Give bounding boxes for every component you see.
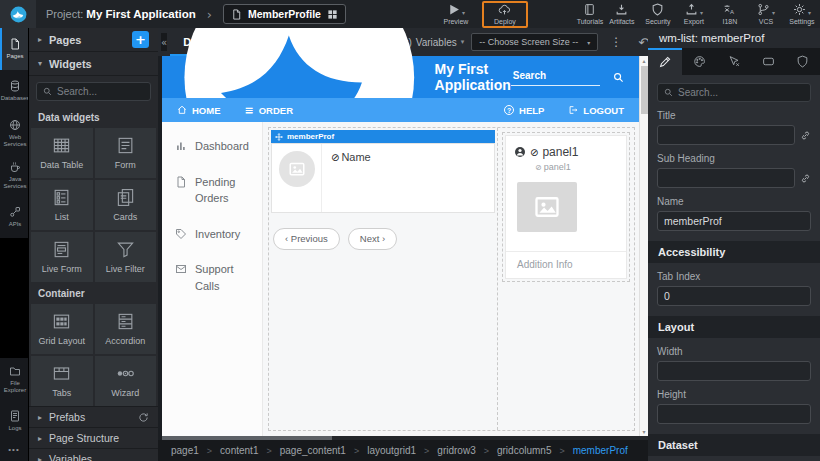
widget-tile-live-filter[interactable]: Live Filter	[95, 232, 157, 282]
settings-chevron-icon[interactable]: ▾	[808, 10, 811, 16]
rail-item-logs[interactable]: Logs	[0, 400, 28, 442]
height-input[interactable]	[657, 404, 811, 424]
menu-item-dashboard[interactable]: Dashboard	[175, 138, 258, 155]
add-page-button[interactable]: +	[132, 31, 149, 48]
screen-size-select[interactable]: -- Choose Screen Size -- ▾	[471, 33, 598, 51]
list-item-content: ⊘ Name	[322, 144, 380, 212]
preview-button[interactable]: ▾ Preview	[440, 0, 472, 28]
triangle-right-icon: ▸	[38, 413, 42, 422]
breadcrumb-item-active[interactable]: memberProf	[573, 445, 628, 456]
next-page-button[interactable]: Next ›	[348, 228, 397, 250]
rail-more-button[interactable]: •••	[0, 442, 28, 461]
canvas-search-field[interactable]: Search	[511, 68, 600, 86]
tab-events[interactable]	[717, 48, 751, 75]
vcs-button[interactable]: ▾ VCS	[750, 0, 782, 28]
rail-item-file-explorer[interactable]: File Explorer	[0, 358, 28, 400]
rail-item-apis[interactable]: APIs	[0, 196, 28, 238]
tabindex-input[interactable]	[657, 286, 811, 306]
subheading-input[interactable]	[657, 168, 795, 188]
horizontal-scroll-thumb[interactable]	[162, 436, 332, 440]
scroll-up-arrow[interactable]: ▴	[642, 56, 645, 65]
palette-searchbox[interactable]	[36, 82, 151, 101]
wavemaker-logo[interactable]	[0, 0, 36, 28]
name-input[interactable]	[657, 211, 811, 231]
prefabs-accordion[interactable]: ▸ Prefabs	[29, 406, 158, 427]
variables-accordion[interactable]: ▸ Variables	[29, 448, 158, 461]
canvas-nav-order[interactable]: ≡ ORDER	[245, 104, 294, 117]
export-chevron-icon[interactable]: ▾	[700, 10, 703, 16]
canvas-nav-help[interactable]: ? HELP	[504, 105, 544, 116]
canvas-horizontal-scrollbar[interactable]	[162, 436, 648, 440]
tab-security[interactable]	[786, 48, 820, 75]
list-item-template[interactable]: ⊘ Name	[271, 143, 495, 213]
breadcrumb-separator: >	[424, 446, 429, 456]
move-icon[interactable]	[275, 133, 283, 141]
preview-chevron-icon[interactable]: ▾	[462, 10, 465, 16]
collapse-left-panel-button[interactable]: «	[161, 33, 167, 51]
breadcrumb-item[interactable]: layoutgrid1	[367, 445, 416, 456]
breadcrumb-item[interactable]: content1	[220, 445, 258, 456]
title-input[interactable]	[657, 125, 795, 145]
properties-search-input[interactable]	[678, 87, 804, 98]
export-button[interactable]: ▾ Export	[678, 0, 710, 28]
menu-item-support-calls[interactable]: Support Calls	[175, 261, 258, 294]
selected-widget-header[interactable]: memberProf	[271, 130, 495, 143]
widget-tile-data-table[interactable]: Data Table	[31, 128, 93, 178]
data-table-icon	[52, 136, 71, 155]
image-placeholder[interactable]	[517, 182, 577, 232]
canvas-nav-logout[interactable]: LOGOUT	[568, 105, 624, 116]
name-field-label[interactable]: Name	[341, 151, 370, 163]
more-options-button[interactable]: ⋮	[605, 35, 627, 49]
i18n-button[interactable]: A I18N	[714, 0, 746, 28]
menu-item-inventory[interactable]: Inventory	[175, 226, 258, 243]
widget-tile-cards[interactable]: Cards	[95, 180, 157, 230]
vertical-scroll-thumb[interactable]	[641, 66, 648, 114]
refresh-icon[interactable]	[138, 412, 149, 423]
widget-tile-list[interactable]: List	[31, 180, 93, 230]
breadcrumb-separator: >	[484, 446, 489, 456]
tutorials-button[interactable]: Tutorials	[574, 0, 606, 28]
widget-tile-tabs[interactable]: Tabs	[31, 356, 93, 406]
vcs-chevron-icon[interactable]: ▾	[772, 10, 775, 16]
canvas-vertical-scrollbar[interactable]: ▴ ▾	[639, 56, 648, 436]
bind-link-icon[interactable]	[800, 130, 811, 141]
scroll-down-arrow[interactable]: ▾	[642, 427, 645, 436]
menu-item-pending-orders[interactable]: Pending Orders	[175, 174, 258, 207]
widget-tile-wizard[interactable]: Wizard	[95, 356, 157, 406]
pages-accordion[interactable]: ▸ Pages +	[29, 28, 158, 52]
tab-devices[interactable]	[751, 48, 785, 75]
widget-tile-form[interactable]: Form	[95, 128, 157, 178]
breadcrumb-item[interactable]: gridrow3	[437, 445, 475, 456]
page-grid-icon[interactable]	[327, 9, 338, 20]
page-structure-accordion[interactable]: ▸ Page Structure	[29, 427, 158, 448]
canvas-search-icon[interactable]	[613, 72, 624, 83]
rail-item-java-services[interactable]: Java Services	[0, 154, 28, 196]
breadcrumb-item[interactable]: gridcolumn5	[497, 445, 551, 456]
panel1-widget[interactable]: ⊘ panel1 ⊘ panel1	[505, 135, 627, 279]
rail-item-databases[interactable]: Databases	[0, 70, 28, 112]
widget-tile-grid-layout[interactable]: Grid Layout	[31, 304, 93, 354]
rail-bottom-group: File Explorer Logs	[0, 358, 28, 442]
settings-button[interactable]: ▾ Settings	[786, 0, 818, 28]
rail-item-web-services[interactable]: Web Services	[0, 112, 28, 154]
security-button[interactable]: Security	[642, 0, 674, 28]
palette-search-input[interactable]	[57, 86, 144, 97]
page-selector[interactable]: MemberProfile	[223, 4, 346, 24]
rail-item-pages[interactable]: Pages	[0, 28, 28, 70]
widgets-accordion[interactable]: ▾ Widgets	[29, 52, 158, 76]
canvas-nav-home[interactable]: HOME	[177, 105, 221, 116]
tab-styles[interactable]	[682, 48, 716, 75]
previous-page-button[interactable]: ‹ Previous	[273, 228, 340, 250]
widget-tile-live-form[interactable]: Live Form	[31, 232, 93, 282]
bind-link-icon[interactable]	[800, 173, 811, 184]
properties-searchbox[interactable]	[657, 83, 811, 102]
image-placeholder-circle[interactable]	[279, 151, 315, 187]
artifacts-button[interactable]: Artifacts	[606, 0, 638, 28]
breadcrumb-item[interactable]: page1	[171, 445, 199, 456]
deploy-button[interactable]: Deploy	[489, 3, 521, 26]
breadcrumb-item[interactable]: page_content1	[280, 445, 346, 456]
widget-tile-accordion[interactable]: Accordion	[95, 304, 157, 354]
width-input[interactable]	[657, 361, 811, 381]
tab-properties[interactable]	[648, 48, 682, 75]
accordion-icon	[116, 312, 135, 331]
